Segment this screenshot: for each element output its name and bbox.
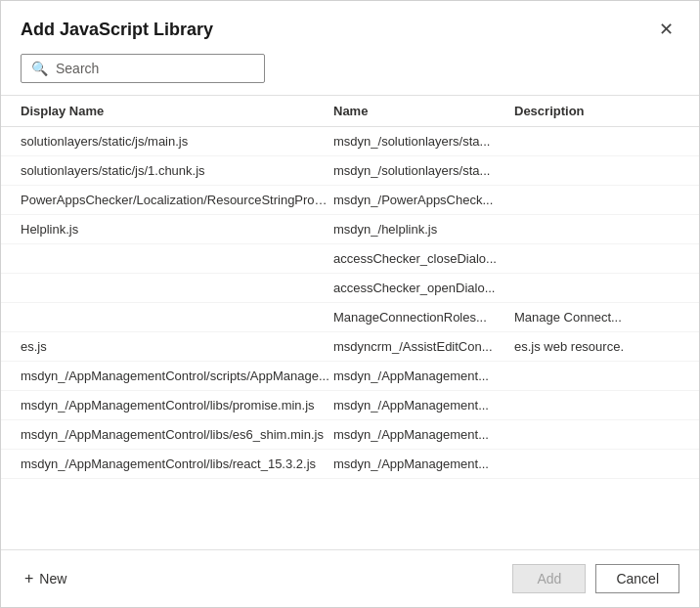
new-button-label: New (39, 571, 66, 586)
table-row[interactable]: solutionlayers/static/js/1.chunk.jsmsdyn… (1, 156, 699, 186)
search-icon: 🔍 (31, 61, 48, 76)
table-row[interactable]: ManageConnectionRoles...Manage Connect..… (1, 303, 699, 332)
search-box: 🔍 (21, 54, 265, 83)
cell-description: es.js web resource. (514, 339, 679, 354)
cell-description: Manage Connect... (514, 310, 679, 325)
plus-icon: + (24, 570, 33, 587)
cell-display-name: msdyn_/AppManagementControl/libs/es6_shi… (21, 427, 333, 442)
cell-name: msdyn_/PowerAppsCheck... (333, 193, 514, 207)
cell-name: msdyn_/AppManagement... (333, 456, 514, 471)
table-row[interactable]: accessChecker_openDialo... (1, 274, 699, 303)
table-header: Display Name Name Description (1, 96, 699, 127)
cell-display-name: solutionlayers/static/js/main.js (21, 134, 333, 149)
cell-name: msdyncrm_/AssistEditCon... (333, 339, 514, 354)
cell-display-name: msdyn_/AppManagementControl/libs/react_1… (21, 456, 333, 471)
search-area: 🔍 (1, 54, 699, 95)
cell-name: msdyn_/solutionlayers/sta... (333, 134, 514, 149)
cell-display-name: es.js (21, 339, 333, 354)
column-header-description: Description (514, 104, 679, 118)
dialog-title: Add JavaScript Library (21, 20, 213, 40)
table-row[interactable]: msdyn_/AppManagementControl/libs/es6_shi… (1, 420, 699, 450)
table-container: Display Name Name Description solutionla… (1, 95, 699, 549)
cell-name: msdyn_/AppManagement... (333, 427, 514, 442)
cell-name: msdyn_/helplink.js (333, 222, 514, 237)
table-row[interactable]: msdyn_/AppManagementControl/libs/promise… (1, 391, 699, 420)
footer-actions: Add Cancel (512, 564, 679, 593)
cell-display-name: Helplink.js (21, 222, 333, 237)
cell-display-name: PowerAppsChecker/Localization/ResourceSt… (21, 193, 333, 207)
dialog-footer: + New Add Cancel (1, 549, 699, 607)
add-javascript-library-dialog: Add JavaScript Library ✕ 🔍 Display Name … (0, 0, 700, 608)
table-row[interactable]: PowerAppsChecker/Localization/ResourceSt… (1, 186, 699, 215)
close-button[interactable]: ✕ (653, 19, 679, 40)
cell-name: msdyn_/AppManagement... (333, 398, 514, 413)
column-header-name: Name (333, 104, 514, 118)
cell-name: msdyn_/solutionlayers/sta... (333, 163, 514, 178)
table-row[interactable]: msdyn_/AppManagementControl/scripts/AppM… (1, 362, 699, 391)
cell-display-name: msdyn_/AppManagementControl/libs/promise… (21, 398, 333, 413)
cell-display-name: msdyn_/AppManagementControl/scripts/AppM… (21, 369, 333, 383)
table-row[interactable]: accessChecker_closeDialo... (1, 244, 699, 274)
table-row[interactable]: Helplink.jsmsdyn_/helplink.js (1, 215, 699, 244)
table-row[interactable]: solutionlayers/static/js/main.jsmsdyn_/s… (1, 127, 699, 156)
cell-name: ManageConnectionRoles... (333, 310, 514, 325)
cell-name: accessChecker_openDialo... (333, 281, 514, 295)
table-row[interactable]: es.jsmsdyncrm_/AssistEditCon...es.js web… (1, 332, 699, 362)
table-row[interactable]: msdyn_/AppManagementControl/libs/react_1… (1, 450, 699, 479)
cell-name: accessChecker_closeDialo... (333, 251, 514, 266)
table-body: solutionlayers/static/js/main.jsmsdyn_/s… (1, 127, 699, 549)
cancel-button[interactable]: Cancel (595, 564, 679, 593)
column-header-display-name: Display Name (21, 104, 333, 118)
dialog-header: Add JavaScript Library ✕ (1, 1, 699, 54)
cell-display-name: solutionlayers/static/js/1.chunk.js (21, 163, 333, 178)
new-button[interactable]: + New (21, 564, 70, 593)
search-input[interactable] (56, 61, 254, 76)
cell-name: msdyn_/AppManagement... (333, 369, 514, 383)
add-button[interactable]: Add (512, 564, 586, 593)
